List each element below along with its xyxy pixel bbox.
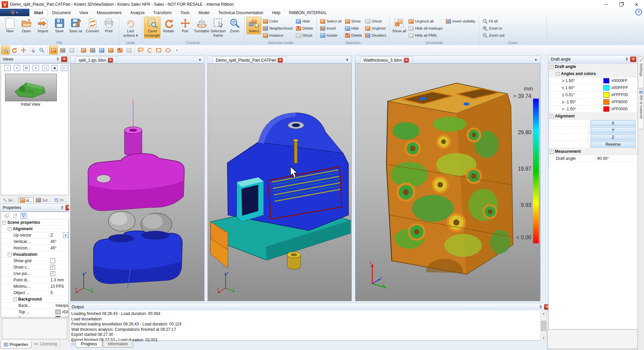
tree-row[interactable]: Background bbox=[1, 296, 68, 303]
close-button[interactable]: ✕ bbox=[629, 0, 644, 9]
viewport-2-dropdown-icon[interactable]: ▼ bbox=[346, 58, 349, 62]
collapse-icon[interactable] bbox=[550, 65, 554, 69]
viewport-2[interactable]: Demo_split_Plastic_Part.CATPart✕ ▼ bbox=[207, 55, 352, 301]
align-reverse-button[interactable]: Reverse bbox=[591, 141, 636, 147]
viewport-3-canvas[interactable]: xyz mm > 39.74 29.80 19.87 9.93 < 0.00 bbox=[355, 63, 540, 301]
viewport-2-canvas[interactable]: zxy bbox=[207, 63, 352, 301]
collapse-icon[interactable] bbox=[2, 221, 6, 224]
ghost-button[interactable]: Ghost bbox=[364, 18, 388, 25]
tree-row[interactable]: Top ...#D0D0D0 bbox=[1, 309, 68, 315]
last-actions-button[interactable]: Last actions ▾ bbox=[121, 17, 140, 38]
collapse-icon[interactable] bbox=[8, 227, 11, 231]
qt-selection-frame-button[interactable] bbox=[28, 46, 37, 55]
select-button[interactable]: Select bbox=[247, 17, 261, 34]
viewport-1-close-icon[interactable]: ✕ bbox=[108, 58, 113, 62]
tab-structure[interactable]: Str... bbox=[1, 197, 17, 203]
qt-invert-button[interactable] bbox=[88, 46, 97, 55]
measurement-row[interactable]: Draft angle90.00° bbox=[548, 155, 638, 162]
tab-licensing[interactable]: Licensing bbox=[31, 341, 60, 347]
qt-markup-ellipse-button[interactable] bbox=[163, 46, 172, 55]
tree-row[interactable]: Alignment bbox=[548, 113, 638, 120]
view-delete-button[interactable]: × bbox=[33, 65, 39, 71]
tab-progress[interactable]: Progress bbox=[76, 341, 102, 348]
zoom-button[interactable]: Zoom bbox=[226, 17, 243, 34]
restore-button[interactable] bbox=[614, 0, 629, 9]
tree-row[interactable]: Show grid bbox=[1, 258, 68, 264]
deselect-button[interactable]: Deselect bbox=[364, 32, 388, 39]
pin-icon[interactable] bbox=[539, 305, 543, 309]
tab-settings[interactable]: Settings bbox=[639, 57, 644, 88]
tab-start[interactable]: Start bbox=[29, 9, 48, 16]
view-home-button[interactable]: ⌂ bbox=[4, 65, 11, 71]
view-stop-button[interactable]: ■ bbox=[51, 65, 58, 71]
tree-row[interactable]: Object ...5 bbox=[1, 290, 68, 296]
tree-row[interactable]: Bott...#606060 bbox=[1, 315, 68, 317]
tree-row[interactable]: Visualization bbox=[1, 251, 68, 258]
tab-bill-of-material[interactable]: Bill of material bbox=[639, 89, 644, 129]
tree-row[interactable]: Back...Interpolated▼ bbox=[1, 303, 68, 309]
show-button[interactable]: Show bbox=[343, 18, 364, 25]
color-swatch[interactable] bbox=[603, 92, 609, 98]
hide-all-pmis-button[interactable]: Hide all PMIs bbox=[407, 32, 444, 39]
qt-select-color-button[interactable] bbox=[58, 46, 67, 55]
viewport-1[interactable]: split_1.igs.3dvs✕ ▼ bbox=[70, 55, 204, 301]
qt-zoom-button[interactable] bbox=[37, 46, 46, 55]
qt-markup-arc-button[interactable] bbox=[145, 46, 154, 55]
select-delete-button[interactable]: Delete bbox=[294, 25, 315, 32]
angle-color-row[interactable]: > 1.50°#0000FF bbox=[548, 77, 638, 84]
convert-button[interactable]: Convert bbox=[84, 17, 101, 34]
print-button[interactable]: Print bbox=[101, 17, 117, 34]
color-swatch[interactable] bbox=[603, 78, 609, 83]
view-add-button[interactable]: + bbox=[14, 65, 20, 71]
qt-pan-button[interactable] bbox=[19, 46, 28, 55]
zoom-in-button[interactable]: Zoom in bbox=[481, 25, 506, 32]
angle-color-row[interactable]: ≤ 1.50°#00FFFF bbox=[548, 84, 638, 92]
tab-views[interactable]: Vi... bbox=[18, 197, 34, 203]
angle-color-row[interactable]: ≥ -1.50°#FF8000 bbox=[548, 99, 638, 106]
filter-icon[interactable] bbox=[21, 213, 27, 219]
fit-all-button[interactable]: Fit all bbox=[481, 18, 506, 25]
tree-row[interactable]: Minimu...10 FPS bbox=[1, 283, 68, 290]
qt-zoom-rectangle-button[interactable] bbox=[1, 46, 10, 55]
scroll-down-icon[interactable]: ▼ bbox=[542, 336, 545, 340]
scroll-up-icon[interactable]: ▲ bbox=[542, 311, 545, 316]
angle-color-row[interactable]: < -1.50°#FF0000 bbox=[548, 106, 638, 113]
tree-row[interactable]: Alignment bbox=[1, 226, 68, 232]
tab-document[interactable]: Document bbox=[48, 9, 75, 16]
qt-isolate-button[interactable] bbox=[97, 46, 106, 55]
unghost-button[interactable]: Unghost bbox=[364, 25, 388, 32]
select-hide-button[interactable]: Hide bbox=[294, 18, 315, 25]
select-color-button[interactable]: Color bbox=[261, 18, 294, 25]
copy-icon[interactable] bbox=[4, 213, 10, 219]
application-menu-button[interactable]: V ▾ bbox=[0, 9, 29, 16]
tab-measurement[interactable]: Measurement bbox=[92, 9, 126, 16]
draft-close-icon[interactable]: ✕ bbox=[630, 57, 636, 62]
open-button[interactable]: Open bbox=[18, 17, 35, 34]
collapse-icon[interactable] bbox=[550, 150, 554, 153]
qt-show-all-button[interactable] bbox=[79, 46, 88, 55]
selection-frame-button[interactable]: Selection frame bbox=[210, 17, 226, 38]
qt-select-button[interactable] bbox=[49, 46, 58, 55]
output-scrollbar[interactable]: ▲ ▼ bbox=[540, 311, 547, 341]
qt-delete-button[interactable] bbox=[115, 46, 124, 55]
output-tab-nav-left-icon[interactable]: ◁ bbox=[70, 341, 75, 347]
qt-markup-rectangle-button[interactable] bbox=[154, 46, 163, 55]
unghost-all-button[interactable]: Unghost all bbox=[407, 18, 444, 25]
tab-help[interactable]: Help bbox=[268, 9, 285, 16]
tree-row[interactable]: Point di...1.3 mm bbox=[1, 277, 68, 283]
isolate-button[interactable]: Isolate bbox=[318, 32, 343, 39]
tab-ribbon-internal[interactable]: RIBBON_INTERNAL bbox=[285, 9, 331, 16]
save-as-button[interactable]: Save as bbox=[68, 17, 84, 34]
align-y-button[interactable]: Y bbox=[591, 127, 636, 133]
minimize-button[interactable] bbox=[599, 0, 614, 9]
select-instance-button[interactable]: Instance bbox=[261, 32, 294, 39]
output-log[interactable]: Loading finished 08:26:43 - Load duratio… bbox=[69, 310, 547, 341]
align-x-button[interactable]: X bbox=[591, 120, 636, 126]
tab-technical-documentation[interactable]: Technical Documentation bbox=[214, 9, 268, 16]
turntable-button[interactable]: Turntable bbox=[193, 17, 210, 34]
viewport-2-close-icon[interactable]: ✕ bbox=[278, 58, 283, 62]
import-button[interactable]: Import bbox=[35, 17, 51, 34]
select-neighborhood-button[interactable]: Neighborhood bbox=[261, 25, 294, 32]
select-ghost-button[interactable]: Ghost bbox=[294, 32, 315, 39]
collapse-icon[interactable] bbox=[556, 72, 560, 76]
